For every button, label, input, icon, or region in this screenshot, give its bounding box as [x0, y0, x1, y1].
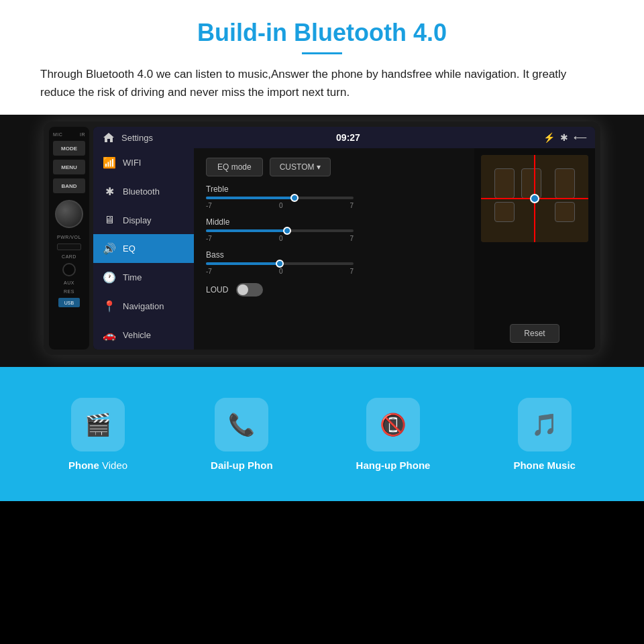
eq-custom-label: CUSTOM: [280, 162, 315, 172]
toggle-knob: [237, 284, 248, 295]
card-label: CARD: [62, 254, 76, 259]
eq-custom-button[interactable]: CUSTOM ▾: [270, 158, 331, 176]
sidebar-item-navigation[interactable]: 📍 Navigation: [93, 292, 194, 321]
phone-music-icon: 🎵: [518, 398, 572, 451]
device-section: MIC IR MODE MENU BAND PWR/VOL CARD AUX R…: [0, 115, 644, 367]
home-icon[interactable]: [101, 130, 116, 145]
feature-dail-up: 📞 Dail-up Phon: [211, 398, 273, 471]
phone-video-bold: Video: [102, 460, 127, 471]
sidebar-item-eq[interactable]: 🔊 EQ: [93, 234, 194, 263]
middle-label: Middle: [206, 217, 462, 227]
bass-nums: -7 0 7: [206, 268, 354, 275]
sidebar: 📶 WIFI ✱ Bluetooth 🖥 Display 🔊 EQ: [93, 148, 194, 350]
status-time: 09:27: [336, 132, 360, 143]
sidebar-item-vehicle[interactable]: 🚗 Vehicle: [93, 321, 194, 350]
middle-zero: 0: [279, 235, 283, 242]
mic-label: MIC: [53, 132, 62, 137]
bottom-section: 🎬 Phone Video 📞 Dail-up Phon 📵 Hang-up P…: [0, 367, 644, 501]
ir-label: IR: [80, 132, 85, 137]
feature-hang-up: 📵 Hang-up Phone: [356, 398, 431, 471]
rear-seat-left: [494, 202, 515, 222]
top-section: Build-in Bluetooth 4.0 Through Bluetooth…: [0, 0, 644, 115]
treble-min: -7: [206, 202, 212, 209]
device-outer: MIC IR MODE MENU BAND PWR/VOL CARD AUX R…: [44, 121, 600, 355]
usb-port: USB: [58, 298, 80, 307]
time-icon: 🕐: [103, 271, 116, 284]
usb-icon: ⚡: [543, 132, 555, 143]
hang-up-label: Hang-up Phone: [356, 460, 431, 471]
bluetooth-status-icon: ✱: [560, 132, 568, 143]
back-icon[interactable]: ⟵: [574, 132, 587, 143]
seat-center: [521, 168, 541, 199]
bass-max: 7: [350, 268, 354, 275]
treble-nums: -7 0 7: [206, 202, 354, 209]
seat-right: [555, 168, 575, 199]
dail-up-icon: 📞: [215, 398, 268, 451]
eq-icon: 🔊: [103, 242, 116, 255]
dropdown-arrow-icon: ▾: [317, 162, 321, 172]
sidebar-time-label: Time: [123, 272, 142, 282]
bass-label: Bass: [206, 250, 462, 260]
menu-button[interactable]: MENU: [53, 160, 85, 174]
eq-panel: EQ mode CUSTOM ▾ Treble: [194, 148, 474, 350]
bass-thumb: [276, 260, 284, 268]
car-interior: [481, 155, 588, 242]
svg-marker-0: [103, 133, 114, 142]
panel-top-labels: MIC IR: [52, 132, 87, 137]
phone-music-label: Phone Music: [513, 460, 576, 471]
middle-max: 7: [350, 235, 354, 242]
treble-fill: [206, 197, 294, 199]
band-button[interactable]: BAND: [53, 178, 85, 193]
bass-slider-group: Bass -7 0 7: [206, 250, 462, 275]
wifi-icon: 📶: [103, 156, 116, 169]
rear-seat-right: [555, 202, 575, 222]
display-icon: 🖥: [103, 214, 116, 226]
treble-label: Treble: [206, 184, 462, 194]
card-slot: [57, 244, 81, 250]
dail-up-label: Dail-up Phon: [211, 460, 273, 471]
middle-nums: -7 0 7: [206, 235, 354, 242]
sidebar-vehicle-label: Vehicle: [123, 330, 151, 340]
settings-label: Settings: [121, 133, 153, 143]
loud-toggle[interactable]: [236, 283, 263, 297]
vehicle-icon: 🚗: [103, 329, 116, 341]
reset-button[interactable]: Reset: [510, 324, 559, 343]
seat-left: [494, 168, 515, 199]
treble-max: 7: [350, 202, 354, 209]
treble-track[interactable]: [206, 197, 354, 199]
pwr-vol-label: PWR/VOL: [57, 235, 81, 239]
loud-row: LOUD: [206, 283, 462, 297]
sidebar-display-label: Display: [123, 215, 152, 225]
navigation-icon: 📍: [103, 300, 116, 313]
left-panel: MIC IR MODE MENU BAND PWR/VOL CARD AUX R…: [49, 127, 89, 350]
aux-port: [62, 263, 76, 276]
status-left: Settings: [101, 130, 153, 145]
phone-video-label: Phone Video: [68, 460, 127, 471]
res-label: RES: [64, 289, 74, 294]
phone-video-icon: 🎬: [71, 398, 125, 451]
sidebar-eq-label: EQ: [123, 244, 136, 254]
middle-track[interactable]: [206, 229, 354, 232]
bass-track[interactable]: [206, 262, 354, 265]
treble-zero: 0: [279, 202, 283, 209]
crosshair-dot: [530, 194, 539, 203]
volume-knob[interactable]: [55, 200, 83, 228]
middle-fill: [206, 229, 287, 232]
sidebar-item-bluetooth[interactable]: ✱ Bluetooth: [93, 177, 194, 206]
bass-min: -7: [206, 268, 212, 275]
treble-thumb: [290, 194, 299, 202]
title-underline: [302, 52, 342, 54]
feature-phone-video: 🎬 Phone Video: [68, 398, 127, 471]
sidebar-navigation-label: Navigation: [123, 301, 164, 311]
camera-panel: Reset: [474, 148, 595, 350]
bass-fill: [206, 262, 280, 265]
hang-up-icon: 📵: [366, 398, 420, 451]
bass-zero: 0: [279, 268, 283, 275]
loud-label: LOUD: [206, 285, 228, 294]
camera-view: [481, 155, 588, 242]
eq-mode-button[interactable]: EQ mode: [206, 158, 263, 176]
sidebar-item-wifi[interactable]: 📶 WIFI: [93, 148, 194, 177]
sidebar-item-display[interactable]: 🖥 Display: [93, 206, 194, 234]
sidebar-item-time[interactable]: 🕐 Time: [93, 263, 194, 292]
mode-button[interactable]: MODE: [53, 141, 85, 156]
